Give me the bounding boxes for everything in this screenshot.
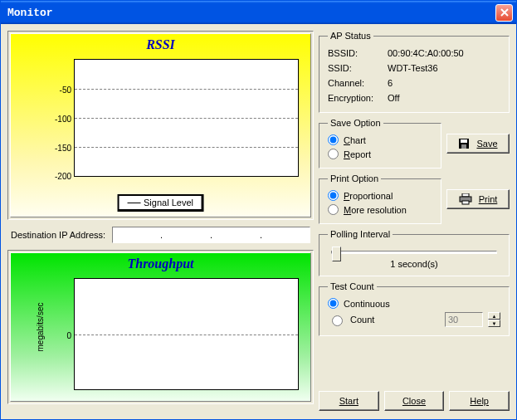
ip-input[interactable]: ... — [112, 227, 310, 243]
throughput-panel: Throughput megabits/sec 0 — [7, 250, 314, 404]
window-close-button[interactable] — [495, 4, 513, 22]
print-option-legend: Print Option — [328, 173, 381, 183]
bssid-label: BSSID: — [328, 48, 381, 58]
save-button[interactable]: Save — [446, 134, 510, 154]
continuous-label: Continuous — [344, 299, 390, 309]
print-button-label: Print — [479, 194, 498, 204]
polling-legend: Polling Interval — [328, 229, 393, 239]
close-icon — [500, 8, 509, 17]
throughput-plot: 0 — [74, 278, 299, 390]
test-count-legend: Test Count — [328, 281, 377, 291]
printer-icon — [459, 193, 472, 205]
count-spin-down[interactable]: ▼ — [488, 320, 500, 327]
count-label: Count — [350, 315, 374, 325]
polling-value: 1 second(s) — [328, 259, 500, 269]
thru-tick: 0 — [66, 330, 71, 339]
rssi-tick: -150 — [55, 144, 71, 153]
report-radio[interactable] — [328, 149, 339, 159]
floppy-icon — [458, 138, 470, 149]
ip-label: Destination IP Address: — [11, 230, 105, 240]
test-count-group: Test Count Continuous Count ▲▼ — [319, 281, 510, 336]
save-button-label: Save — [476, 139, 497, 149]
chart-radio-label: Chart — [344, 135, 366, 145]
encryption-label: Encryption: — [328, 93, 381, 103]
polling-group: Polling Interval 1 second(s) — [319, 229, 510, 276]
titlebar: Monitor — [1, 1, 516, 24]
count-spin-up[interactable]: ▲ — [488, 312, 500, 320]
svg-rect-1 — [461, 139, 467, 143]
bssid-value: 00:90:4C:A0:00:50 — [388, 48, 464, 58]
save-option-group: Save Option Chart Report — [319, 118, 441, 168]
help-button[interactable]: Help — [449, 391, 510, 411]
throughput-ylabel: megabits/sec — [36, 303, 45, 352]
rssi-plot: -50 -100 -150 -200 — [74, 59, 299, 177]
rssi-legend: Signal Level — [117, 194, 204, 212]
count-input[interactable] — [445, 312, 483, 327]
window-title: Monitor — [7, 7, 495, 19]
rssi-tick: -100 — [55, 115, 71, 124]
chart-radio[interactable] — [328, 134, 339, 145]
encryption-value: Off — [388, 93, 399, 103]
rssi-panel: RSSI -50 -100 -150 -200 Signal Level — [7, 31, 314, 220]
proportional-radio-label: Proportional — [344, 191, 393, 201]
ssid-label: SSID: — [328, 63, 381, 73]
slider-thumb-icon — [332, 247, 341, 261]
report-radio-label: Report — [344, 149, 371, 159]
count-radio[interactable] — [332, 315, 343, 326]
rssi-tick: -50 — [60, 85, 71, 95]
ssid-value: WDT-Test36 — [388, 63, 438, 73]
channel-label: Channel: — [328, 78, 381, 88]
more-res-radio-label: More resolution — [344, 205, 407, 215]
monitor-window: Monitor RSSI -50 -100 -150 -200 Signal L… — [0, 0, 517, 420]
throughput-title: Throughput — [11, 253, 310, 275]
print-option-group: Print Option Proportional More resolutio… — [319, 173, 441, 224]
rssi-legend-text: Signal Level — [144, 198, 193, 208]
ap-status-group: AP Status BSSID:00:90:4C:A0:00:50 SSID:W… — [319, 31, 510, 113]
svg-rect-2 — [461, 144, 466, 149]
legend-line-icon — [127, 203, 140, 203]
ap-status-legend: AP Status — [328, 31, 373, 41]
polling-slider[interactable] — [331, 251, 497, 254]
channel-value: 6 — [388, 78, 393, 88]
proportional-radio[interactable] — [328, 190, 339, 201]
print-button[interactable]: Print — [446, 189, 510, 209]
rssi-tick: -200 — [55, 172, 71, 181]
svg-rect-5 — [462, 201, 469, 204]
continuous-radio[interactable] — [328, 298, 339, 309]
more-res-radio[interactable] — [328, 204, 339, 215]
rssi-title: RSSI — [11, 34, 310, 56]
close-button[interactable]: Close — [384, 391, 445, 411]
save-option-legend: Save Option — [328, 118, 383, 128]
svg-rect-3 — [462, 193, 469, 197]
start-button[interactable]: Start — [319, 391, 379, 411]
